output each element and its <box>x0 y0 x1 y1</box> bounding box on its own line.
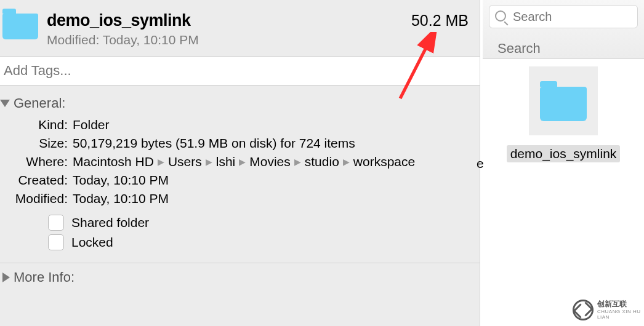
tags-input[interactable] <box>0 56 480 85</box>
general-section: General: Kind: Folder Size: 50,179,219 b… <box>0 92 480 263</box>
chevron-down-icon <box>0 100 10 107</box>
locked-checkbox[interactable] <box>48 234 64 250</box>
finder-item-label: demo_ios_symlink <box>507 145 621 162</box>
folder-title: demo_ios_symlink <box>47 11 191 30</box>
search-input[interactable] <box>489 5 638 28</box>
modified-label: Modified: <box>4 191 68 206</box>
truncated-previous-item: e <box>477 156 484 171</box>
search-icon <box>495 10 506 22</box>
search-scope-label[interactable]: Search <box>497 41 644 57</box>
watermark-text-cn: 创新互联 <box>597 300 642 308</box>
modified-summary: Modified: Today, 10:10 PM <box>47 33 469 47</box>
watermark-logo: 创新互联 CHUANG XIN HU LIAN <box>570 294 644 326</box>
kind-value: Folder <box>73 117 473 132</box>
created-value: Today, 10:10 PM <box>73 173 473 188</box>
get-info-panel: demo_ios_symlink 50.2 MB Modified: Today… <box>0 0 480 326</box>
where-label: Where: <box>4 154 68 169</box>
watermark-text-en: CHUANG XIN HU LIAN <box>597 309 642 320</box>
watermark-icon <box>573 300 594 320</box>
created-label: Created: <box>4 173 68 188</box>
shared-folder-checkbox[interactable] <box>48 215 64 231</box>
size-label: Size: <box>4 136 68 151</box>
size-value: 50,179,219 bytes (51.9 MB on disk) for 7… <box>73 136 473 151</box>
folder-size-summary: 50.2 MB <box>411 12 469 30</box>
locked-label: Locked <box>71 235 113 250</box>
shared-folder-label: Shared folder <box>71 215 149 230</box>
finder-window: Search e demo_ios_symlink <box>480 0 644 326</box>
folder-icon <box>2 9 38 39</box>
kind-label: Kind: <box>4 117 68 132</box>
more-info-disclosure[interactable]: More Info: <box>0 263 480 285</box>
modified-value: Today, 10:10 PM <box>73 191 473 206</box>
finder-item-icon <box>529 66 598 135</box>
general-disclosure[interactable]: General: <box>0 92 480 117</box>
chevron-right-icon <box>2 272 10 282</box>
info-header: demo_ios_symlink 50.2 MB Modified: Today… <box>0 0 480 56</box>
where-value: Macintosh HD▶ Users▶ lshi▶ Movies▶ studi… <box>73 154 473 169</box>
finder-item[interactable]: demo_ios_symlink <box>507 66 621 162</box>
finder-toolbar: Search <box>483 0 644 59</box>
